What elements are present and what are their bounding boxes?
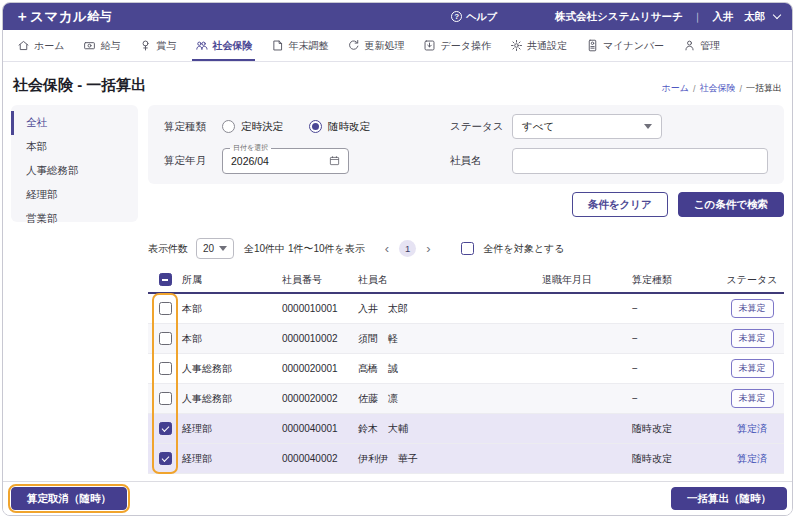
header-divider: ｜ <box>693 10 703 24</box>
logo-suffix: 給与 <box>87 8 111 25</box>
cell-calc-type: 随時改定 <box>632 422 720 436</box>
top-bar: ＋ スマカル 給与 ? ヘルプ 株式会社システムリサーチ ｜ 入井 太郎 <box>3 3 792 30</box>
status-select[interactable]: すべて <box>512 114 662 139</box>
chevron-down-icon[interactable] <box>773 11 781 19</box>
cell-emp-no: 0000010002 <box>282 333 358 344</box>
cell-emp-no: 0000020002 <box>282 393 358 404</box>
row-checkbox[interactable] <box>159 452 172 465</box>
table-row[interactable]: 本部 0000010002 須間 軽 − 未算定 <box>148 324 784 354</box>
nav-label: 管理 <box>700 39 720 53</box>
status-badge: 未算定 <box>731 389 774 408</box>
cell-name: 髙橋 誠 <box>358 362 542 376</box>
status-badge: 未算定 <box>731 299 774 318</box>
company-name: 株式会社システムリサーチ <box>555 10 683 24</box>
date-floating-label: 日付を選択 <box>230 143 271 153</box>
table-row[interactable]: 経理部 0000040001 鈴木 大輔 随時改定 算定済 <box>148 414 784 444</box>
next-page-button[interactable]: › <box>426 242 430 255</box>
breadcrumb-social-insurance[interactable]: 社会保険 <box>699 82 735 95</box>
sidebar-item-all[interactable]: 全社 <box>11 111 138 135</box>
status-select-value: すべて <box>522 120 554 134</box>
calc-month-input[interactable]: 日付を選択 2026/04 <box>222 148 349 174</box>
logo-plus-icon: ＋ <box>15 8 29 26</box>
cell-name: 佐藤 凛 <box>358 392 542 406</box>
status-done-link[interactable]: 算定済 <box>737 422 767 436</box>
nav-item-admin[interactable]: 管理 <box>683 30 720 61</box>
calendar-icon[interactable] <box>329 155 340 168</box>
sidebar-item-eigyo[interactable]: 営業部 <box>11 207 138 231</box>
nav-label: データ操作 <box>440 39 490 53</box>
cell-dept: 人事総務部 <box>182 362 282 376</box>
column-header-calc-type: 算定種類 <box>632 273 720 287</box>
cell-calc-type: − <box>632 303 720 314</box>
cell-calc-type: − <box>632 363 720 374</box>
column-header-status: ステータス <box>720 273 784 287</box>
cell-dept: 人事総務部 <box>182 392 282 406</box>
breadcrumb-home[interactable]: ホーム <box>662 82 689 95</box>
breadcrumb-current: 一括算出 <box>746 82 782 95</box>
table-row[interactable]: 本部 0000010001 入井 太郎 − 未算定 <box>148 294 784 324</box>
nav-item-home[interactable]: ホーム <box>17 30 64 61</box>
page-size-label: 表示件数 <box>148 242 188 256</box>
cell-name: 伊利伊 華子 <box>358 452 542 466</box>
nav-item-payroll[interactable]: 給与 <box>83 30 120 61</box>
id-card-icon <box>586 39 599 52</box>
calc-type-label: 算定種類 <box>164 120 222 134</box>
cancel-calculation-button[interactable]: 算定取消（随時） <box>11 487 127 510</box>
clear-conditions-button[interactable]: 条件をクリア <box>572 192 668 217</box>
row-checkbox[interactable] <box>159 332 172 345</box>
table-row[interactable]: 人事総務部 0000020002 佐藤 凛 − 未算定 <box>148 384 784 414</box>
radio-teiji-kettei[interactable]: 定時決定 <box>222 120 283 134</box>
radio-zuiji-kaitei[interactable]: 随時改定 <box>309 120 370 134</box>
nav-label: ホーム <box>34 39 64 53</box>
nav-item-social-insurance[interactable]: 社会保険 <box>195 30 252 61</box>
nav-item-year-end[interactable]: 年末調整 <box>271 30 328 61</box>
row-checkbox[interactable] <box>159 422 172 435</box>
department-sidebar: 全社 本部 人事総務部 経理部 営業部 <box>11 105 138 222</box>
status-badge: 未算定 <box>731 359 774 378</box>
logo-text: スマカル <box>30 8 87 26</box>
table-row[interactable]: 経理部 0000040002 伊利伊 華子 随時改定 算定済 <box>148 444 784 474</box>
row-checkbox[interactable] <box>159 392 172 405</box>
cell-emp-no: 0000020001 <box>282 363 358 374</box>
row-checkbox[interactable] <box>159 302 172 315</box>
page-number-button[interactable]: 1 <box>399 240 416 257</box>
employee-name-input[interactable] <box>512 148 768 174</box>
sidebar-item-honbu[interactable]: 本部 <box>11 135 138 159</box>
nav-label: マイナンバー <box>603 39 664 53</box>
nav-label: 賞与 <box>156 39 176 53</box>
bulk-calculate-button[interactable]: 一括算出（随時） <box>671 487 787 510</box>
nav-item-my-number[interactable]: マイナンバー <box>586 30 664 61</box>
nav-item-data-ops[interactable]: データ操作 <box>423 30 490 61</box>
nav-label: 更新処理 <box>364 39 404 53</box>
column-header-dept: 所属 <box>182 273 282 287</box>
radio-zuiji-label: 随時改定 <box>328 120 370 134</box>
payroll-icon <box>83 39 96 52</box>
page-size-select[interactable]: 20 <box>196 238 234 259</box>
search-button[interactable]: この条件で検索 <box>678 192 784 217</box>
sidebar-item-keiri[interactable]: 経理部 <box>11 183 138 207</box>
row-checkbox[interactable] <box>159 362 172 375</box>
breadcrumb-separator: / <box>739 84 742 94</box>
sidebar-item-jinji[interactable]: 人事総務部 <box>11 159 138 183</box>
cell-name: 鈴木 大輔 <box>358 422 542 436</box>
user-menu[interactable]: 入井 太郎 <box>713 10 766 24</box>
page-size-value: 20 <box>203 243 214 254</box>
prev-page-button[interactable]: ‹ <box>385 242 389 255</box>
status-done-link[interactable]: 算定済 <box>737 452 767 466</box>
social-insurance-icon <box>195 39 208 52</box>
help-button[interactable]: ? ヘルプ <box>451 10 497 24</box>
nav-item-settings[interactable]: 共通設定 <box>510 30 567 61</box>
data-ops-icon <box>423 39 436 52</box>
cell-dept: 本部 <box>182 302 282 316</box>
cell-emp-no: 0000040002 <box>282 453 358 464</box>
gear-icon <box>510 39 523 52</box>
table-row[interactable]: 人事総務部 0000020001 髙橋 誠 − 未算定 <box>148 354 784 384</box>
calc-month-label: 算定年月 <box>164 154 222 168</box>
nav-item-bonus[interactable]: 賞与 <box>139 30 176 61</box>
select-all-checkbox[interactable] <box>461 242 474 255</box>
date-value: 2026/04 <box>231 155 269 167</box>
nav-label: 共通設定 <box>527 39 567 53</box>
nav-item-update[interactable]: 更新処理 <box>347 30 404 61</box>
cell-dept: 本部 <box>182 332 282 346</box>
header-select-checkbox[interactable] <box>159 273 172 286</box>
